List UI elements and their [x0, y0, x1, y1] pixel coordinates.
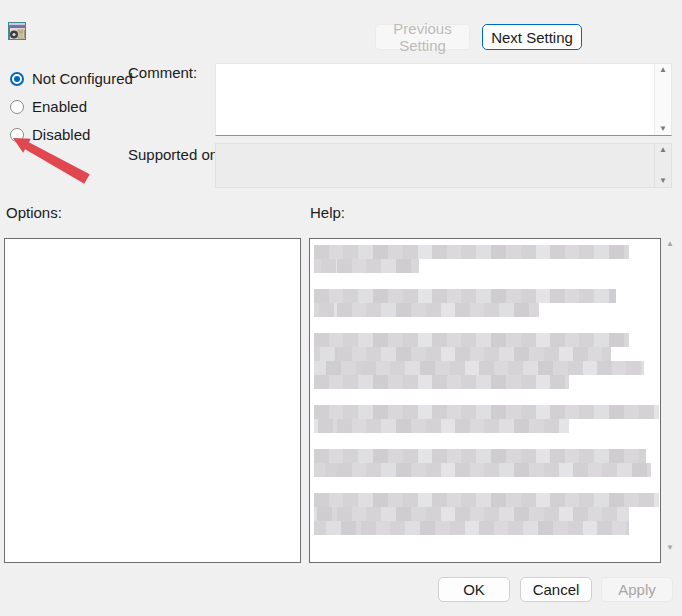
radio-unselected-icon [10, 128, 24, 142]
redacted-text-line [314, 333, 629, 347]
redacted-text-line [314, 405, 659, 419]
previous-setting-button[interactable]: Previous Setting [375, 24, 470, 50]
redacted-text-line [314, 361, 644, 375]
help-panel [309, 238, 661, 563]
redacted-text-line [314, 419, 569, 433]
redacted-paragraph [314, 289, 660, 317]
radio-disabled[interactable]: Disabled [10, 126, 90, 143]
redacted-paragraph [314, 405, 660, 433]
policy-setting-dialog: Previous Setting Next Setting Not Config… [0, 0, 682, 616]
supported-on-label: Supported on: [128, 146, 222, 163]
redacted-text-line [314, 493, 659, 507]
radio-selected-icon [10, 72, 24, 86]
redacted-text-line [314, 521, 629, 535]
redacted-text-line [314, 303, 539, 317]
apply-button[interactable]: Apply [601, 577, 673, 602]
policy-setting-icon [8, 22, 26, 40]
options-label: Options: [6, 204, 62, 221]
redacted-text-line [314, 245, 629, 259]
scroll-down-icon[interactable]: ▼ [666, 544, 674, 552]
scroll-up-icon[interactable]: ▲ [666, 240, 674, 248]
options-panel [4, 238, 301, 563]
radio-disabled-label: Disabled [32, 126, 90, 143]
supported-on-value [216, 144, 654, 187]
scroll-up-icon[interactable]: ▲ [659, 66, 667, 74]
supported-on-box: ▲ ▼ [215, 143, 672, 188]
redacted-text-line [314, 289, 616, 303]
redacted-text-line [314, 449, 646, 463]
radio-unselected-icon [10, 100, 24, 114]
scroll-up-icon: ▲ [659, 146, 667, 154]
ok-button[interactable]: OK [438, 577, 510, 602]
radio-not-configured-label: Not Configured [32, 70, 133, 87]
radio-not-configured[interactable]: Not Configured [10, 70, 133, 87]
next-setting-button[interactable]: Next Setting [482, 24, 582, 50]
help-redacted-content [310, 239, 660, 535]
redacted-text-line [314, 375, 569, 389]
radio-enabled[interactable]: Enabled [10, 98, 87, 115]
redacted-text-line [314, 507, 629, 521]
supported-on-scrollbar: ▲ ▼ [654, 144, 671, 187]
redacted-paragraph [314, 449, 660, 477]
redacted-text-line [314, 259, 419, 273]
help-label: Help: [310, 204, 345, 221]
comment-input[interactable] [216, 64, 654, 135]
redacted-paragraph [314, 493, 660, 535]
redacted-paragraph [314, 245, 660, 273]
radio-enabled-label: Enabled [32, 98, 87, 115]
redacted-paragraph [314, 333, 660, 389]
scroll-down-icon[interactable]: ▼ [659, 125, 667, 133]
comment-label: Comment: [128, 64, 197, 81]
redacted-text-line [314, 347, 611, 361]
help-scrollbar[interactable]: ▲ ▼ [663, 240, 677, 552]
scroll-down-icon: ▼ [659, 177, 667, 185]
redacted-text-line [314, 463, 651, 477]
comment-box: ▲ ▼ [215, 63, 672, 136]
cancel-button[interactable]: Cancel [520, 577, 592, 602]
comment-scrollbar[interactable]: ▲ ▼ [654, 64, 671, 135]
